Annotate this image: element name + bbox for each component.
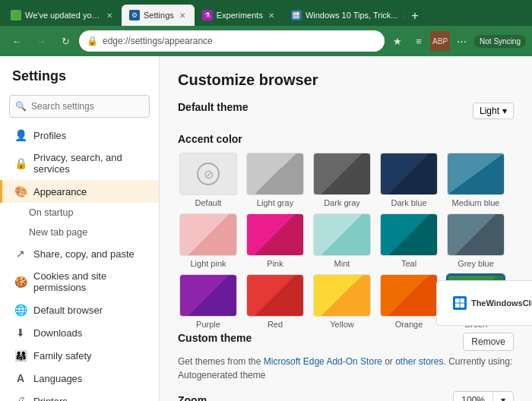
zoom-section: Zoom 100% ▾ [178,391,514,401]
sidebar-item-family[interactable]: 👨‍👩‍👧 Family safety [0,344,159,367]
sidebar-item-appearance[interactable]: 🎨 Appearance [0,180,159,203]
color-item-red[interactable]: Red [245,274,306,329]
browser-icon: 🌐 [14,304,27,316]
color-swatch-medium-blue [447,153,505,195]
sidebar-item-printers[interactable]: 🖨 Printers [0,390,159,401]
color-label-light-pink: Light pink [190,259,226,268]
tab-windows-tips[interactable]: 🪟 Windows 10 Tips, Trick... ✕ [283,5,405,26]
color-label-mint: Mint [334,259,350,268]
color-item-grey-blue[interactable]: Grey blue [445,213,506,268]
adblock-button[interactable]: ABP [430,31,450,51]
color-item-dark-gray[interactable]: Dark gray [312,153,372,207]
sidebar-item-on-startup[interactable]: On startup [0,203,159,223]
theme-dropdown[interactable]: Light ▾ [473,103,514,119]
color-item-purple[interactable]: Purple [178,274,239,329]
sidebar-label: Default browser [33,305,103,316]
printers-icon: 🖨 [14,395,27,401]
languages-icon: A [14,372,27,384]
chevron-down-icon: ▾ [502,106,507,116]
search-icon: 🔍 [15,101,27,112]
tab-we-updated[interactable]: 🌿 We've updated you to t... ✕ [3,5,122,26]
svg-rect-3 [460,304,464,308]
search-input[interactable] [9,95,150,118]
theme-section-label: Default theme [178,101,249,113]
color-item-medium-blue[interactable]: Medium blue [445,153,506,207]
color-item-light-gray[interactable]: Light gray [245,153,306,207]
color-swatch-teal [380,213,438,256]
theme-dropdown-label: Light [480,106,499,116]
new-tab-button[interactable]: + [405,6,425,26]
sidebar-title: Settings [0,62,159,92]
color-item-pink[interactable]: Pink [245,213,306,268]
sidebar-item-profiles[interactable]: 👤 Profiles [0,124,159,147]
tab-close-icon[interactable]: ✕ [267,11,276,21]
color-item-default[interactable]: ⊘ Default [178,153,239,207]
color-label-light-gray: Light gray [257,198,293,207]
refresh-button[interactable]: ↻ [55,30,76,52]
more-actions-button[interactable]: ⋯ [451,31,471,51]
tab-close-icon[interactable]: ✕ [402,11,405,21]
other-stores-link[interactable]: other stores [395,356,443,367]
zoom-label: Zoom [178,394,207,401]
color-swatch-mint [313,213,371,256]
accent-section-label: Accent color [178,133,514,145]
color-swatch-purple [179,274,237,317]
color-swatch-red [246,274,304,317]
zoom-value: 100% [454,392,492,401]
color-swatch-dark-gray [313,153,371,195]
color-swatch-default: ⊘ [179,153,237,195]
sidebar-item-default-browser[interactable]: 🌐 Default browser [0,298,159,321]
profiles-icon: 👤 [14,129,27,141]
sidebar-item-new-tab[interactable]: New tab page [0,223,159,242]
sidebar-label: Downloads [33,327,82,339]
color-item-teal[interactable]: Teal [378,213,439,268]
color-swatch-light-gray [246,153,304,195]
color-item-mint[interactable]: Mint [312,213,372,268]
color-label-orange: Orange [395,320,423,329]
not-syncing-badge[interactable]: Not Syncing [474,35,526,48]
windows-flag-icon [453,296,467,310]
sidebar-label: On startup [29,207,73,218]
tab-bar: 🌿 We've updated you to t... ✕ ⚙ Settings… [0,0,532,26]
sidebar-label: Printers [33,396,68,402]
tab-experiments[interactable]: ⚗ Experiments ✕ [195,5,283,26]
sidebar-label: Appearance [33,186,87,197]
color-swatch-pink [246,213,304,256]
color-label-dark-gray: Dark gray [324,198,360,207]
share-icon: ↗ [14,248,27,260]
address-box[interactable]: 🔒 edge://settings/appearance [79,30,385,52]
color-item-yellow[interactable]: Yellow [312,274,372,329]
remove-button[interactable]: Remove [463,333,514,351]
windows-club-overlay: TheWindowsClub [436,280,532,326]
back-button[interactable]: ← [6,30,27,52]
browser-actions: ★ ≡ ABP ⋯ [388,31,471,51]
sidebar-item-languages[interactable]: A Languages [0,367,159,390]
address-bar-row: ← → ↻ 🔒 edge://settings/appearance ★ ≡ A… [0,26,532,56]
favorites-button[interactable]: ★ [388,31,407,51]
color-swatch-light-pink [179,213,237,256]
sidebar-item-downloads[interactable]: ⬇ Downloads [0,321,159,344]
collections-button[interactable]: ≡ [409,31,429,51]
custom-theme-desc: Get themes from the Microsoft Edge Add-O… [178,355,514,382]
edge-addon-store-link[interactable]: Microsoft Edge Add-On Store [264,356,382,367]
sidebar-item-cookies[interactable]: 🍪 Cookies and site permissions [0,265,159,298]
tab-close-icon[interactable]: ✕ [105,11,114,21]
chevron-down-icon: ▾ [492,392,513,401]
color-item-dark-blue[interactable]: Dark blue [378,153,439,207]
color-swatch-grey-blue [447,213,505,256]
svg-rect-1 [460,298,464,303]
color-item-orange[interactable]: Orange [378,274,439,329]
sidebar-label: New tab page [29,227,87,238]
sidebar-item-share[interactable]: ↗ Share, copy, and paste [0,242,159,265]
tab-settings[interactable]: ⚙ Settings ✕ [122,5,195,26]
main-layout: Settings 🔍 👤 Profiles 🔒 Privacy, search,… [0,56,532,401]
color-label-grey-blue: Grey blue [458,259,494,268]
tab-label: Settings [144,11,174,20]
forward-button[interactable]: → [30,30,52,52]
sidebar-label: Family safety [33,350,92,362]
sidebar-item-privacy[interactable]: 🔒 Privacy, search, and services [0,147,159,180]
color-label-purple: Purple [196,320,220,329]
color-item-light-pink[interactable]: Light pink [178,213,239,268]
sidebar: Settings 🔍 👤 Profiles 🔒 Privacy, search,… [0,56,160,401]
tab-close-icon[interactable]: ✕ [178,11,187,21]
